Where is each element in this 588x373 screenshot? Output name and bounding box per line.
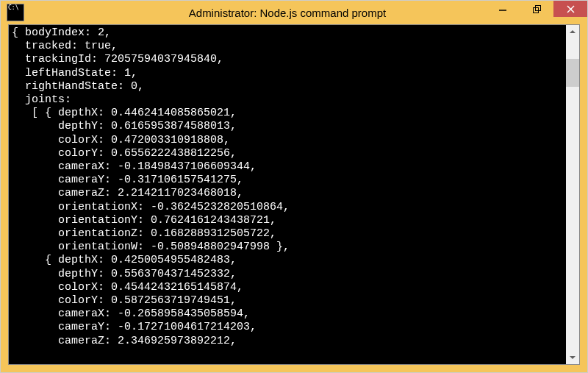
scroll-down-arrow-icon[interactable]	[566, 351, 579, 364]
terminal-container: { bodyIndex: 2, tracked: true, trackingI…	[8, 24, 580, 365]
scroll-thumb[interactable]	[566, 59, 579, 87]
scroll-track[interactable]	[566, 38, 579, 351]
cmd-prompt-icon	[7, 4, 24, 21]
maximize-button[interactable]	[520, 1, 553, 17]
close-button[interactable]	[553, 1, 587, 17]
window-titlebar: Administrator: Node.js command prompt	[1, 1, 587, 24]
minimize-button[interactable]	[486, 1, 520, 17]
window-controls	[486, 1, 587, 18]
terminal-output: { bodyIndex: 2, tracked: true, trackingI…	[9, 25, 566, 364]
scrollbar[interactable]	[566, 25, 579, 364]
scroll-up-arrow-icon[interactable]	[566, 25, 579, 38]
